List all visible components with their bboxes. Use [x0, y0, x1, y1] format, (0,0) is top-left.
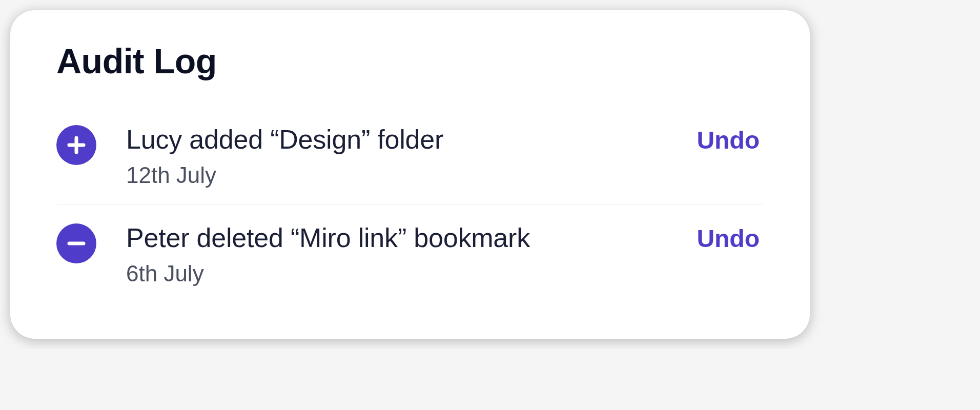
undo-button[interactable]: Undo — [692, 224, 764, 253]
audit-log-entry-description: Peter deleted “Miro link” bookmark — [126, 221, 672, 255]
audit-log-entry-description: Lucy added “Design” folder — [126, 123, 672, 156]
undo-button[interactable]: Undo — [692, 126, 764, 154]
plus-icon — [56, 125, 96, 165]
audit-log-entry-body: Lucy added “Design” folder 12th July — [126, 123, 672, 188]
minus-icon — [56, 223, 96, 263]
audit-log-card: Audit Log Lucy added “Design” folder 12t… — [10, 10, 810, 339]
audit-log-entry-date: 6th July — [126, 261, 672, 286]
audit-log-entry-date: 12th July — [126, 162, 672, 188]
audit-log-entry: Peter deleted “Miro link” bookmark 6th J… — [56, 204, 764, 303]
audit-log-entry-body: Peter deleted “Miro link” bookmark 6th J… — [126, 221, 672, 286]
audit-log-entry: Lucy added “Design” folder 12th July Und… — [56, 107, 764, 204]
audit-log-title: Audit Log — [56, 41, 764, 81]
